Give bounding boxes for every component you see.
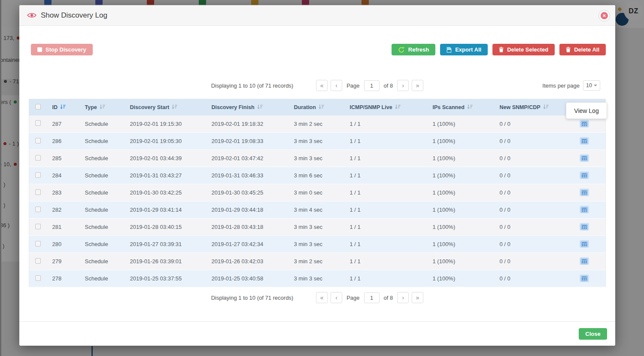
- view-log-tooltip: View Log: [566, 102, 607, 119]
- column-header-type[interactable]: Type: [81, 99, 126, 116]
- prev-page-button[interactable]: ‹: [331, 292, 342, 303]
- cell-ips-scanned: 1 (100%): [428, 236, 495, 253]
- page-input[interactable]: [364, 80, 380, 91]
- cell-type: Schedule: [81, 184, 126, 201]
- table-row: 279Schedule2019-01-26 03:39:012019-01-26…: [29, 253, 606, 270]
- delete-selected-button[interactable]: Delete Selected: [492, 44, 555, 55]
- next-page-button[interactable]: ›: [397, 80, 409, 91]
- column-header-discovery-start[interactable]: Discovery Start: [126, 99, 207, 116]
- view-log-button[interactable]: [580, 171, 589, 179]
- cell-discovery-start: 2019-01-27 03:39:31: [126, 236, 207, 253]
- page-input[interactable]: [364, 292, 380, 303]
- cell-ips-scanned: 1 (100%): [428, 253, 495, 270]
- view-log-button[interactable]: [580, 137, 589, 145]
- export-all-button[interactable]: Export All: [440, 44, 488, 55]
- row-checkbox[interactable]: [35, 207, 41, 212]
- view-log-button[interactable]: [580, 274, 589, 282]
- row-checkbox[interactable]: [35, 224, 41, 229]
- show-discovery-log-modal: Show Discovery Log ✕ Stop Discovery Refr…: [19, 5, 615, 346]
- table-icon: [581, 190, 588, 195]
- sort-icon: [467, 104, 473, 110]
- view-log-button[interactable]: [580, 257, 589, 265]
- view-log-button[interactable]: [580, 223, 589, 231]
- table-icon: [581, 173, 588, 178]
- sort-icon: [257, 104, 263, 110]
- table-row: 284Schedule2019-01-31 03:43:272019-01-31…: [29, 167, 606, 184]
- first-page-button[interactable]: «: [316, 80, 328, 91]
- first-page-button[interactable]: «: [316, 292, 328, 303]
- column-label: ICMP/SNMP Live: [350, 104, 392, 110]
- stop-discovery-button[interactable]: Stop Discovery: [31, 44, 93, 55]
- cell-icmp-snmp-live: 1 / 1: [346, 116, 428, 133]
- close-button[interactable]: Close: [579, 328, 607, 340]
- record-summary: Displaying 1 to 10 (of 71 records): [211, 82, 293, 89]
- table-row: 287Schedule2019-02-01 19:15:302019-02-01…: [29, 116, 606, 133]
- view-log-button[interactable]: [580, 206, 589, 213]
- delete-all-button[interactable]: Delete All: [559, 44, 606, 55]
- last-page-button[interactable]: »: [412, 80, 423, 91]
- row-checkbox[interactable]: [35, 155, 41, 161]
- cell-new-snmp-cdp: 0 / 0: [495, 184, 563, 201]
- row-checkbox[interactable]: [35, 258, 41, 264]
- cell-id: 280: [48, 236, 81, 253]
- cell-new-snmp-cdp: 0 / 0: [495, 236, 563, 253]
- cell-new-snmp-cdp: 0 / 0: [495, 270, 563, 287]
- column-header-discovery-finish[interactable]: Discovery Finish: [207, 99, 290, 116]
- column-header-id[interactable]: ID: [48, 99, 81, 116]
- row-checkbox[interactable]: [35, 138, 41, 143]
- export-all-label: Export All: [455, 46, 481, 53]
- next-page-button[interactable]: ›: [397, 292, 409, 303]
- row-checkbox[interactable]: [35, 120, 41, 126]
- items-per-page-label: Items per page: [542, 82, 580, 89]
- prev-page-button[interactable]: ‹: [331, 80, 342, 91]
- page-count-label: of 8: [384, 82, 393, 89]
- cell-ips-scanned: 1 (100%): [428, 167, 495, 184]
- record-summary: Displaying 1 to 10 (of 71 records): [211, 295, 293, 301]
- cell-duration: 3 min 3 sec: [290, 133, 346, 150]
- items-per-page-select[interactable]: 10: [583, 80, 600, 91]
- select-all-checkbox[interactable]: [35, 104, 41, 110]
- table-icon: [581, 155, 588, 161]
- view-log-button[interactable]: [580, 240, 589, 248]
- row-checkbox[interactable]: [35, 275, 41, 281]
- modal-close-button[interactable]: ✕: [598, 10, 610, 21]
- column-label: Type: [85, 104, 97, 110]
- table-row: 281Schedule2019-01-28 03:40:152019-01-28…: [29, 219, 606, 236]
- modal-footer: Close: [19, 321, 615, 346]
- select-all-header: [29, 99, 48, 116]
- column-label: Discovery Finish: [212, 104, 255, 110]
- trash-icon: [566, 47, 571, 52]
- cell-icmp-snmp-live: 1 / 1: [346, 270, 428, 287]
- cell-new-snmp-cdp: 0 / 0: [495, 133, 563, 150]
- view-log-button[interactable]: [580, 189, 589, 196]
- refresh-button[interactable]: Refresh: [392, 44, 435, 55]
- cell-ips-scanned: 1 (100%): [428, 219, 495, 236]
- cell-id: 279: [48, 253, 81, 270]
- cell-type: Schedule: [81, 236, 126, 253]
- row-checkbox[interactable]: [35, 189, 41, 195]
- column-header-icmp-snmp-live[interactable]: ICMP/SNMP Live: [346, 99, 428, 116]
- cell-new-snmp-cdp: 0 / 0: [495, 219, 563, 236]
- refresh-label: Refresh: [408, 46, 429, 53]
- view-log-button[interactable]: [580, 120, 589, 128]
- cell-id: 281: [48, 219, 81, 236]
- items-per-page-value: 10: [586, 82, 592, 88]
- cell-icmp-snmp-live: 1 / 1: [346, 236, 428, 253]
- cell-discovery-start: 2019-01-26 03:39:01: [126, 253, 207, 270]
- last-page-button[interactable]: »: [412, 292, 423, 303]
- cell-icmp-snmp-live: 1 / 1: [346, 184, 428, 201]
- trash-icon: [499, 47, 504, 52]
- column-label: New SNMP/CDP: [500, 104, 541, 110]
- row-checkbox[interactable]: [35, 172, 41, 178]
- table-row: 282Schedule2019-01-29 03:41:142019-01-29…: [29, 201, 606, 219]
- column-header-duration[interactable]: Duration: [290, 99, 346, 116]
- cell-discovery-start: 2019-01-31 03:43:27: [126, 167, 207, 184]
- table-row: 285Schedule2019-02-01 03:44:392019-02-01…: [29, 150, 606, 167]
- column-header-new-snmp-cdp[interactable]: New SNMP/CDP: [495, 99, 563, 116]
- pager: Displaying 1 to 10 (of 71 records) « ‹ P…: [211, 80, 424, 91]
- row-checkbox[interactable]: [35, 241, 41, 246]
- view-log-button[interactable]: [580, 154, 589, 162]
- cell-id: 285: [48, 150, 81, 167]
- cell-type: Schedule: [81, 201, 126, 219]
- column-header-ips-scanned[interactable]: IPs Scanned: [428, 99, 495, 116]
